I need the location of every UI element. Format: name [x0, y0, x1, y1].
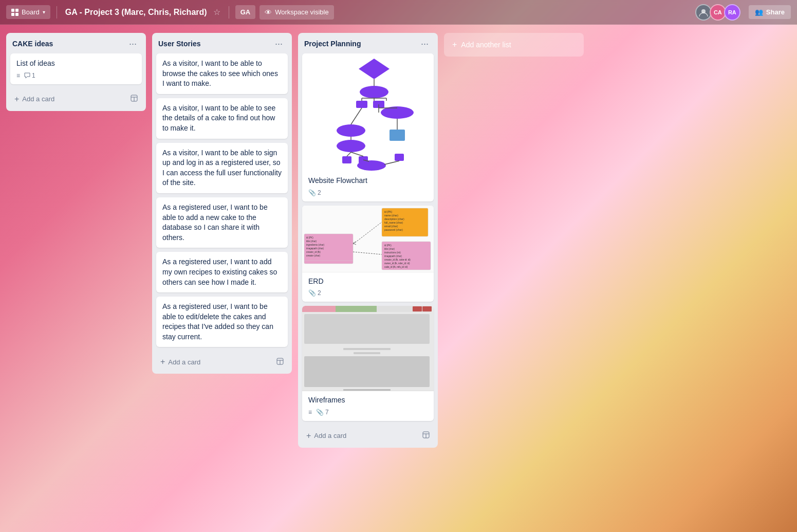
share-button[interactable]: 👥 Share	[749, 5, 791, 19]
card-website-flowchart-title: Website Flowchart	[308, 176, 428, 186]
list-project-planning-title: Project Planning	[304, 40, 418, 48]
list-project-planning-footer: + Add a card	[298, 425, 438, 448]
svg-rect-64	[422, 306, 432, 311]
svg-line-29	[351, 108, 362, 124]
nav-divider-1	[57, 6, 57, 19]
people-icon: 👥	[755, 8, 763, 16]
svg-point-8	[360, 86, 388, 98]
card-us-2[interactable]: As a visitor, I want to be able to see t…	[156, 98, 288, 139]
svg-text:instructions (int): instructions (int)	[384, 251, 401, 254]
svg-rect-63	[413, 306, 422, 311]
template-icon[interactable]	[131, 95, 138, 103]
card-us-5[interactable]: As a registered user, I want to add my o…	[156, 252, 288, 292]
svg-line-28	[351, 152, 363, 156]
svg-text:title (char): title (char)	[306, 240, 317, 243]
card-website-flowchart-meta: 📎 2	[308, 189, 428, 196]
erd-image: id (PK) name (char) description (char) f…	[302, 206, 434, 272]
comment-count: 1	[32, 72, 35, 79]
attachment-icon-wires: 📎 7	[316, 409, 329, 416]
add-card-user-stories-label: Add a card	[168, 358, 200, 366]
board-button[interactable]: Board ▾	[6, 5, 50, 19]
svg-point-22	[337, 140, 365, 152]
list-user-stories-menu-button[interactable]: ···	[272, 38, 286, 49]
add-card-user-stories-button[interactable]: + Add a card	[156, 354, 288, 370]
workspace-label: Workspace visible	[275, 8, 329, 16]
svg-rect-25	[395, 154, 404, 161]
svg-text:full_name (char): full_name (char)	[384, 221, 403, 224]
plus-icon: +	[14, 95, 19, 104]
board-icon	[11, 9, 18, 16]
list-cake-ideas-title: CAKE ideas	[12, 40, 126, 48]
board-title: GA - Project 3 (Marc, Chris, Richard)	[65, 8, 207, 17]
svg-text:title (char): title (char)	[384, 248, 395, 250]
card-us-6[interactable]: As a registered user, I want to be able …	[156, 297, 288, 347]
card-us-5-title: As a registered user, I want to add my o…	[162, 257, 282, 287]
ga-button[interactable]: GA	[235, 5, 256, 19]
svg-point-21	[337, 124, 365, 137]
card-erd-meta: 📎 2	[308, 289, 428, 297]
list-project-planning: Project Planning ···	[298, 33, 438, 448]
card-us-1[interactable]: As a visitor, I want to be able to brows…	[156, 53, 288, 94]
wireframes-image	[302, 306, 434, 391]
avatar-ra[interactable]: RA	[724, 4, 740, 21]
eye-icon: 👁	[265, 8, 272, 16]
card-wireframes-title: Wireframes	[308, 395, 428, 406]
template-icon-us[interactable]	[276, 358, 284, 366]
star-button[interactable]: ☆	[211, 5, 223, 19]
list-user-stories-title: User Stories	[158, 40, 272, 48]
svg-text:id (PK): id (PK)	[384, 210, 393, 213]
description-icon: ≡	[16, 72, 20, 79]
plus-icon-addlist: +	[452, 40, 457, 49]
svg-line-27	[347, 152, 351, 156]
add-another-list-button[interactable]: + Add another list	[444, 33, 584, 57]
list-user-stories-footer: + Add a card	[152, 351, 292, 374]
board-content: CAKE ideas ··· List of ideas ≡ 1	[0, 25, 797, 532]
card-us-1-title: As a visitor, I want to be able to brows…	[162, 59, 282, 89]
nav-divider-2	[229, 6, 229, 19]
card-wireframes-meta: ≡ 📎 7	[308, 409, 428, 416]
svg-text:imagepath (char): imagepath (char)	[384, 255, 402, 258]
card-us-2-title: As a visitor, I want to be able to see t…	[162, 103, 282, 134]
svg-text:imagepath (char): imagepath (char)	[306, 247, 324, 250]
avatar-group: CA RA	[695, 4, 740, 21]
avatar-ca-initials: CA	[714, 9, 722, 15]
svg-rect-67	[354, 352, 380, 354]
svg-text:id (PK): id (PK)	[384, 244, 392, 247]
card-erd[interactable]: id (PK) name (char) description (char) f…	[302, 206, 434, 302]
description-icon-wires: ≡	[308, 409, 312, 416]
list-cake-ideas-footer: + Add a card	[6, 88, 146, 111]
workspace-button[interactable]: 👁 Workspace visible	[260, 5, 334, 20]
ga-label: GA	[240, 8, 251, 16]
svg-rect-23	[342, 156, 351, 163]
card-website-flowchart[interactable]: Website Flowchart 📎 2	[302, 53, 434, 201]
list-user-stories-header: User Stories ···	[152, 33, 292, 53]
svg-rect-68	[304, 356, 430, 387]
template-icon-pp[interactable]	[422, 431, 430, 440]
svg-text:description (char): description (char)	[384, 217, 404, 221]
plus-icon-pp: +	[306, 431, 311, 441]
svg-text:cake_id (fk, refs_id: id): cake_id (fk, refs_id: id)	[384, 266, 408, 268]
svg-rect-10	[356, 101, 367, 108]
card-us-6-title: As a registered user, I want to be able …	[162, 302, 282, 342]
board-label: Board	[22, 8, 40, 16]
share-label: Share	[766, 8, 785, 16]
list-project-planning-cards: Website Flowchart 📎 2	[298, 53, 438, 425]
add-card-cake-ideas-button[interactable]: + Add a card	[10, 91, 142, 107]
add-card-project-planning-button[interactable]: + Add a card	[302, 428, 434, 444]
add-card-cake-ideas-label: Add a card	[22, 95, 54, 103]
list-project-planning-header: Project Planning ···	[298, 33, 438, 53]
attachment-icon-wf: 📎 2	[308, 189, 321, 196]
card-us-4[interactable]: As a registered user, I want to be able …	[156, 197, 288, 248]
svg-marker-7	[359, 59, 390, 79]
card-wireframes[interactable]: Wireframes ≡ 📎 7	[302, 306, 434, 421]
list-cake-ideas-menu-button[interactable]: ···	[126, 38, 140, 49]
card-list-of-ideas[interactable]: List of ideas ≡ 1	[10, 53, 142, 84]
add-card-project-planning-label: Add a card	[314, 432, 346, 439]
list-project-planning-menu-button[interactable]: ···	[418, 38, 432, 49]
card-us-3[interactable]: As a visitor, I want to be able to sign …	[156, 143, 288, 193]
avatar-ra-initials: RA	[728, 9, 736, 15]
svg-rect-17	[390, 130, 405, 141]
svg-rect-62	[336, 306, 377, 312]
svg-line-32	[384, 161, 399, 164]
svg-text:creator (char): creator (char)	[306, 254, 321, 257]
